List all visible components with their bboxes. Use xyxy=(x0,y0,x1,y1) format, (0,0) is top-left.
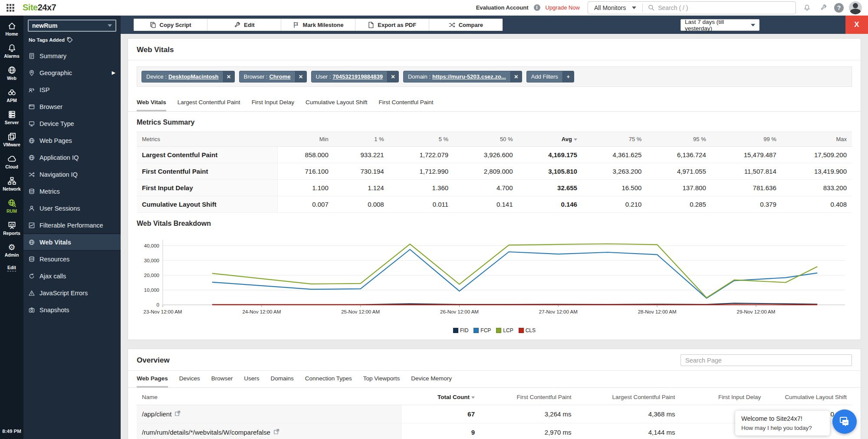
sidebar-item-resources[interactable]: Resources xyxy=(23,251,121,267)
info-icon[interactable]: i xyxy=(534,4,540,11)
help-icon[interactable]: ? xyxy=(834,3,844,13)
copy-script-button[interactable]: Copy Script xyxy=(134,19,207,31)
chat-launcher-button[interactable] xyxy=(832,409,857,434)
search-page-input[interactable] xyxy=(681,354,852,366)
rail-item-home[interactable]: Home xyxy=(0,19,23,39)
page-name[interactable]: /app/client xyxy=(142,410,171,418)
external-link-icon[interactable] xyxy=(273,429,279,435)
col-cls[interactable]: Cumulative Layout Shift xyxy=(766,389,852,405)
sidebar-item-browser[interactable]: Browser xyxy=(23,98,121,115)
rail-item-network[interactable]: Network xyxy=(0,174,23,194)
notifications-bell-icon[interactable] xyxy=(801,2,812,13)
tab-first-contentful-paint[interactable]: First Contentful Paint xyxy=(379,96,434,111)
sidebar-item-javascript-errors[interactable]: JavaScript Errors xyxy=(23,284,121,301)
rail-item-server[interactable]: Server xyxy=(0,108,23,128)
sidebar-item-metrics[interactable]: Metrics xyxy=(23,183,121,200)
date-range-dropdown[interactable]: Last 7 days (till yesterday) xyxy=(681,19,760,31)
sidebar-item-filterable-performance[interactable]: Filterable Performance xyxy=(23,217,121,234)
warning-triangle-icon xyxy=(29,290,35,296)
gear-icon: ⚙ xyxy=(8,243,15,251)
rail-item-reports[interactable]: Reports xyxy=(0,218,23,238)
edit-button[interactable]: Edit xyxy=(207,19,281,31)
evaluation-account-label: Evaluation Account xyxy=(476,4,529,11)
col-avg-sorted[interactable]: Avg xyxy=(518,132,582,147)
webvitals-breakdown-chart: 010,00020,00030,00040,00023-Nov 12:00 AM… xyxy=(137,236,852,323)
legend-item-fcp[interactable]: FCP xyxy=(473,327,491,333)
tab-top-viewports[interactable]: Top Viewports xyxy=(363,372,400,387)
col-min[interactable]: Min xyxy=(278,132,334,147)
tab-web-pages[interactable]: Web Pages xyxy=(137,372,168,388)
tab-connection-types[interactable]: Connection Types xyxy=(305,372,352,387)
col-total-count-sorted[interactable]: Total Count xyxy=(401,389,480,405)
col-1pct[interactable]: 1 % xyxy=(334,132,389,147)
tags-label[interactable]: No Tags Added xyxy=(23,34,121,47)
search-input[interactable] xyxy=(658,4,796,11)
sidebar-item-isp[interactable]: ISP xyxy=(23,81,121,98)
col-99pct[interactable]: 99 % xyxy=(711,132,782,147)
col-fid[interactable]: First Input Delay xyxy=(680,389,766,405)
legend-item-cls[interactable]: CLS xyxy=(519,327,536,333)
user-avatar[interactable] xyxy=(849,1,862,14)
tab-cumulative-layout-shift[interactable]: Cumulative Layout Shift xyxy=(306,96,368,111)
filter-chip-domain[interactable]: Domain :https://muru-5203.csez.zo... ✕ xyxy=(403,71,522,83)
col-fcp[interactable]: First Contentful Paint xyxy=(480,389,576,405)
rail-item-edit[interactable]: Edit xyxy=(0,262,23,274)
tools-wrench-icon[interactable] xyxy=(818,2,829,13)
app-grid-icon[interactable] xyxy=(6,3,15,12)
upgrade-now-link[interactable]: Upgrade Now xyxy=(546,4,580,11)
filter-chip-browser[interactable]: Browser :Chrome ✕ xyxy=(239,71,307,83)
col-95pct[interactable]: 95 % xyxy=(647,132,711,147)
filter-chip-user[interactable]: User :7045321919884839 ✕ xyxy=(311,71,399,83)
col-lcp[interactable]: Largest Contentful Paint xyxy=(577,389,681,405)
monitor-select-dropdown[interactable]: newRum xyxy=(28,20,116,32)
filter-chip-device[interactable]: Device :DesktopMacintosh ✕ xyxy=(141,71,235,83)
export-pdf-button[interactable]: Export as PDF xyxy=(355,19,429,31)
tab-largest-contentful-paint[interactable]: Largest Contentful Paint xyxy=(178,96,240,111)
close-button[interactable]: X xyxy=(845,16,868,34)
remove-filter-icon[interactable]: ✕ xyxy=(223,71,234,82)
add-filters-button[interactable]: Add Filters + xyxy=(526,71,574,83)
rail-item-apm[interactable]: APM xyxy=(0,86,23,106)
rail-item-vmware[interactable]: VMware xyxy=(0,130,23,150)
rail-item-cloud[interactable]: Cloud xyxy=(0,152,23,172)
tab-devices[interactable]: Devices xyxy=(179,372,200,387)
sidebar-item-summary[interactable]: Summary xyxy=(23,47,121,64)
pdf-document-icon xyxy=(368,22,374,28)
tab-browser[interactable]: Browser xyxy=(211,372,233,387)
col-metrics[interactable]: Metrics xyxy=(137,132,278,147)
rail-item-rum[interactable]: RUM xyxy=(0,196,23,216)
tab-users[interactable]: Users xyxy=(244,372,259,387)
sidebar-item-web-vitals[interactable]: Web Vitals xyxy=(23,234,121,251)
rail-item-web[interactable]: Web xyxy=(0,63,23,83)
sidebar-item-snapshots[interactable]: Snapshots xyxy=(23,301,121,318)
tab-domains[interactable]: Domains xyxy=(271,372,294,387)
col-name[interactable]: Name xyxy=(137,389,401,405)
col-75pct[interactable]: 75 % xyxy=(582,132,647,147)
add-filter-plus-icon[interactable]: + xyxy=(562,71,574,82)
remove-filter-icon[interactable]: ✕ xyxy=(510,71,522,82)
rail-item-alarms[interactable]: Alarms xyxy=(0,41,23,61)
sidebar-item-user-sessions[interactable]: User Sessions xyxy=(23,200,121,217)
sidebar-item-web-pages[interactable]: Web Pages xyxy=(23,132,121,149)
remove-filter-icon[interactable]: ✕ xyxy=(295,71,306,82)
sidebar-item-device-type[interactable]: Device Type xyxy=(23,115,121,132)
sidebar-item-geographic[interactable]: Geographic▶ xyxy=(23,64,121,81)
tab-device-memory[interactable]: Device Memory xyxy=(411,372,452,387)
tab-web-vitals[interactable]: Web Vitals xyxy=(137,96,166,112)
sidebar-item-application-iq[interactable]: Application IQ xyxy=(23,149,121,166)
col-50pct[interactable]: 50 % xyxy=(454,132,518,147)
col-max[interactable]: Max xyxy=(782,132,852,147)
compare-button[interactable]: Compare xyxy=(429,19,503,31)
rail-item-admin[interactable]: ⚙Admin xyxy=(0,241,23,260)
legend-item-fid[interactable]: FID xyxy=(453,327,468,333)
mark-milestone-button[interactable]: Mark Milestone xyxy=(281,19,355,31)
external-link-icon[interactable] xyxy=(174,410,181,416)
page-name[interactable]: /rum/rum/details/*/webvitals/W/comparefa… xyxy=(142,429,270,436)
col-5pct[interactable]: 5 % xyxy=(389,132,454,147)
legend-item-lcp[interactable]: LCP xyxy=(496,327,513,333)
all-monitors-dropdown[interactable]: All Monitors xyxy=(588,4,642,11)
remove-filter-icon[interactable]: ✕ xyxy=(387,71,398,82)
sidebar-item-ajax-calls[interactable]: Ajax calls xyxy=(23,267,121,284)
sidebar-item-navigation-iq[interactable]: Navigation IQ xyxy=(23,166,121,183)
tab-first-input-delay[interactable]: First Input Delay xyxy=(252,96,294,111)
